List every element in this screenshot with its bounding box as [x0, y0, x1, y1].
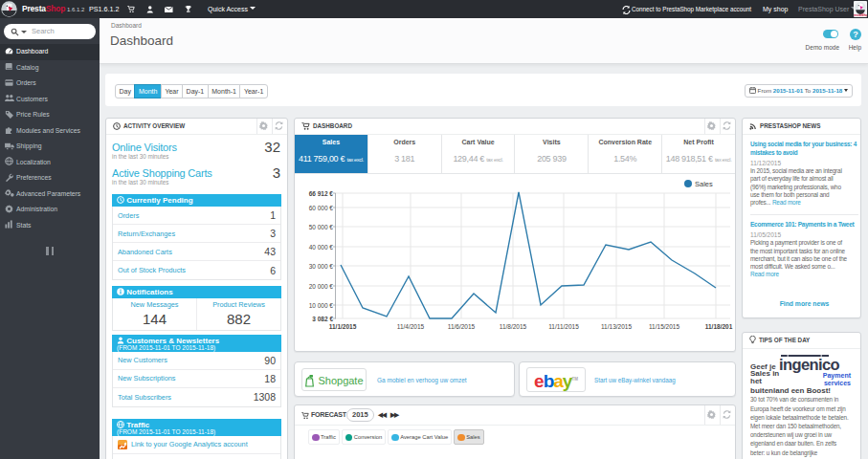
svg-text:11/1/2015: 11/1/2015: [329, 323, 357, 330]
svg-text:Payment: Payment: [823, 372, 852, 380]
svg-text:30 000 €: 30 000 €: [309, 263, 334, 270]
svg-text:11/8/2015: 11/8/2015: [500, 323, 527, 330]
svg-text:ingenico: ingenico: [779, 356, 840, 373]
svg-text:3 082 €: 3 082 €: [312, 316, 333, 322]
svg-text:11/18/201: 11/18/201: [705, 323, 733, 330]
svg-text:20 000 €: 20 000 €: [309, 283, 334, 290]
svg-text:11/15/2015: 11/15/2015: [649, 323, 679, 330]
svg-text:Sales: Sales: [695, 180, 713, 188]
svg-text:10 000 €: 10 000 €: [309, 302, 334, 309]
svg-text:11/4/2015: 11/4/2015: [397, 323, 425, 330]
svg-text:services: services: [824, 380, 851, 386]
svg-text:11/11/2015: 11/11/2015: [548, 323, 579, 330]
svg-text:40 000 €: 40 000 €: [309, 244, 334, 251]
svg-text:60 000 €: 60 000 €: [309, 205, 334, 211]
svg-text:PrestaShop: PrestaShop: [854, 13, 867, 17]
svg-text:66 912 €: 66 912 €: [309, 190, 334, 197]
svg-text:50 000 €: 50 000 €: [309, 224, 334, 230]
svg-text:11/13/2015: 11/13/2015: [601, 323, 632, 330]
svg-text:11/6/2015: 11/6/2015: [448, 323, 476, 330]
